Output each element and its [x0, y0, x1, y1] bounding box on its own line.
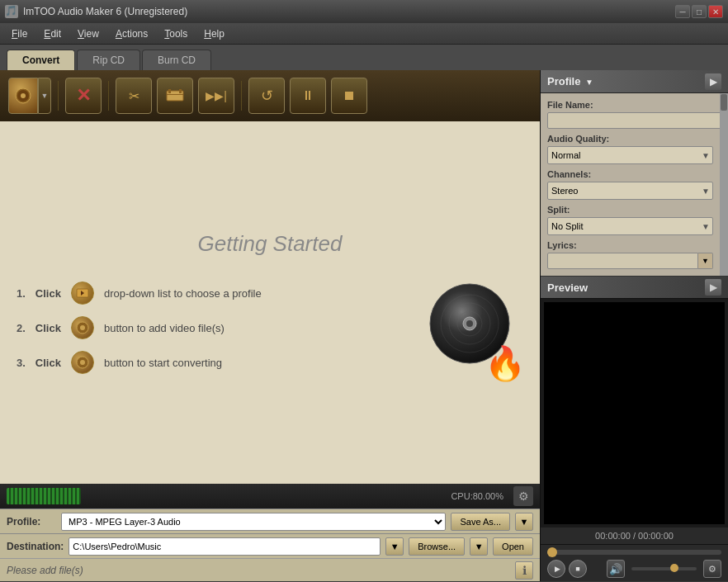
destination-row: Destination: ▼ Browse... ▼ Open — [0, 533, 540, 558]
add-file-dropdown-button[interactable]: ▼ — [38, 78, 51, 114]
app-title-text: ImTOO Audio Maker 6 (Unregistered) — [23, 6, 187, 17]
playback-controls: ▶ ■ 🔊 ⚙ — [541, 544, 728, 581]
play-button[interactable]: ▶ — [547, 560, 565, 578]
app-title-bar: 🎵 ImTOO Audio Maker 6 (Unregistered) — [5, 5, 187, 18]
getting-started-title: Getting Started — [198, 231, 343, 257]
app-icon: 🎵 — [5, 5, 18, 18]
profile-select[interactable]: MP3 - MPEG Layer-3 Audio AAC WAV OGG WMA — [61, 513, 446, 531]
stop-playback-button[interactable]: ■ — [569, 560, 587, 578]
profile-section-expand-button[interactable]: ▶ — [705, 73, 721, 90]
destination-input[interactable] — [69, 537, 381, 556]
steps-area: 1. Click drop-down list to choose a prof… — [17, 282, 424, 374]
restore-button[interactable]: □ — [692, 5, 707, 18]
step-2-number: 2. — [17, 322, 26, 334]
browse-button[interactable]: Browse... — [409, 537, 465, 556]
lyrics-field-row: Lyrics: ▼ — [547, 240, 721, 269]
volume-icon[interactable]: 🔊 — [607, 560, 625, 578]
more-settings-button[interactable]: ⚙ — [703, 560, 721, 578]
cpu-label: CPU: — [451, 491, 472, 501]
svg-point-18 — [466, 320, 473, 327]
step-3-click-label: Click — [35, 357, 61, 369]
channels-field-row: Channels: Stereo Mono Joint Stereo ▼ — [547, 169, 721, 200]
profile-dropdown-arrow: ▼ — [585, 78, 593, 87]
step-3-number: 3. — [17, 357, 26, 369]
svg-point-12 — [80, 360, 85, 365]
titlebar: 🎵 ImTOO Audio Maker 6 (Unregistered) ─ □… — [0, 0, 728, 23]
toolbar-separator-2 — [108, 81, 109, 111]
step-2-icon — [71, 316, 94, 339]
filename-input[interactable] — [547, 112, 721, 129]
add-file-button[interactable] — [8, 78, 38, 114]
audio-quality-select[interactable]: Normal Low Medium High Very High — [547, 146, 713, 164]
minimize-button[interactable]: ─ — [675, 5, 690, 18]
save-as-button[interactable]: Save As... — [451, 513, 510, 531]
refresh-button[interactable]: ↺ — [248, 78, 285, 114]
browse-dropdown-button[interactable]: ▼ — [470, 537, 488, 556]
cd-area: 🔥 — [424, 282, 523, 373]
menu-edit[interactable]: Edit — [35, 26, 69, 42]
step-2-desc: button to add video file(s) — [104, 322, 225, 334]
close-button[interactable]: ✕ — [708, 5, 723, 18]
menu-help[interactable]: Help — [196, 26, 233, 42]
tabs-bar: Convert Rip CD Burn CD — [0, 45, 728, 70]
menu-tools[interactable]: Tools — [156, 26, 196, 42]
right-panel: Profile ▼ ▶ File Name: Audio Quality: — [540, 70, 728, 581]
preview-section-title: Preview — [547, 282, 588, 294]
svg-rect-4 — [168, 89, 171, 93]
progress-thumb[interactable] — [547, 547, 557, 557]
step-1-click-label: Click — [35, 287, 61, 300]
main-area: ▼ ✕ ✂ ▶▶| ↺ ⏸ ⏹ — [0, 70, 728, 581]
addfile-row: Please add file(s) ℹ — [0, 558, 540, 581]
channels-select[interactable]: Stereo Mono Joint Stereo — [547, 182, 713, 200]
preview-section: Preview ▶ 00:00:00 / 00:00:00 ▶ ■ 🔊 — [541, 276, 728, 581]
next-button[interactable]: ▶▶| — [198, 78, 234, 114]
waveform-display — [7, 488, 81, 504]
split-field-row: Split: No Split By Size By Time By Chapt… — [547, 205, 721, 235]
split-label: Split: — [547, 205, 721, 215]
tab-burn-cd[interactable]: Burn CD — [142, 50, 211, 70]
volume-slider[interactable] — [631, 567, 697, 570]
step-1: 1. Click drop-down list to choose a prof… — [17, 282, 396, 305]
preview-section-expand-button[interactable]: ▶ — [705, 279, 721, 296]
tab-convert[interactable]: Convert — [7, 50, 75, 70]
addfile-icon-button[interactable]: ℹ — [515, 561, 533, 580]
menu-view[interactable]: View — [69, 26, 107, 42]
lyrics-expand-button[interactable]: ▼ — [698, 253, 713, 269]
toolbar-separator-1 — [58, 81, 59, 111]
remove-button[interactable]: ✕ — [65, 78, 102, 114]
preview-screen — [544, 302, 725, 524]
filename-field-row: File Name: — [547, 100, 721, 129]
cd-flame-icon: 🔥 — [485, 347, 526, 380]
menubar: File Edit View Actions Tools Help — [0, 23, 728, 45]
content-area: Getting Started 1. Click — [0, 121, 540, 484]
content-wrapper: 1. Click drop-down list to choose a prof… — [17, 282, 523, 374]
step-1-number: 1. — [17, 287, 26, 300]
toolbar-separator-3 — [241, 81, 242, 111]
split-select[interactable]: No Split By Size By Time By Chapter — [547, 217, 713, 235]
preview-time-display: 00:00:00 / 00:00:00 — [541, 528, 728, 544]
pause-button[interactable]: ⏸ — [290, 78, 326, 114]
stop-button[interactable]: ⏹ — [331, 78, 367, 114]
settings-icon-button[interactable]: ⚙ — [513, 486, 533, 506]
open-button[interactable]: Open — [493, 537, 533, 556]
step-1-desc: drop-down list to choose a profile — [104, 287, 262, 300]
audio-quality-field-row: Audio Quality: Normal Low Medium High Ve… — [547, 134, 721, 164]
profile-row: Profile: MP3 - MPEG Layer-3 Audio AAC WA… — [0, 509, 540, 533]
menu-actions[interactable]: Actions — [107, 26, 156, 42]
tab-rip-cd[interactable]: Rip CD — [77, 50, 140, 70]
menu-file[interactable]: File — [3, 26, 35, 42]
profile-label: Profile: — [7, 516, 56, 528]
destination-dropdown-button[interactable]: ▼ — [385, 537, 404, 556]
channels-label: Channels: — [547, 169, 721, 179]
cut-button[interactable]: ✂ — [116, 78, 152, 114]
volume-thumb[interactable] — [670, 564, 678, 572]
left-panel: ▼ ✕ ✂ ▶▶| ↺ ⏸ ⏹ — [0, 70, 540, 581]
preview-section-header: Preview ▶ — [541, 276, 728, 299]
movie-clip-button[interactable] — [157, 78, 193, 114]
lyrics-input[interactable] — [547, 253, 698, 269]
right-scrollbar[interactable] — [720, 93, 728, 276]
cpu-info: CPU:80.00% — [87, 491, 507, 501]
steps-list: 1. Click drop-down list to choose a prof… — [17, 282, 396, 374]
save-as-dropdown-button[interactable]: ▼ — [515, 513, 533, 531]
progress-bar[interactable] — [547, 550, 721, 555]
